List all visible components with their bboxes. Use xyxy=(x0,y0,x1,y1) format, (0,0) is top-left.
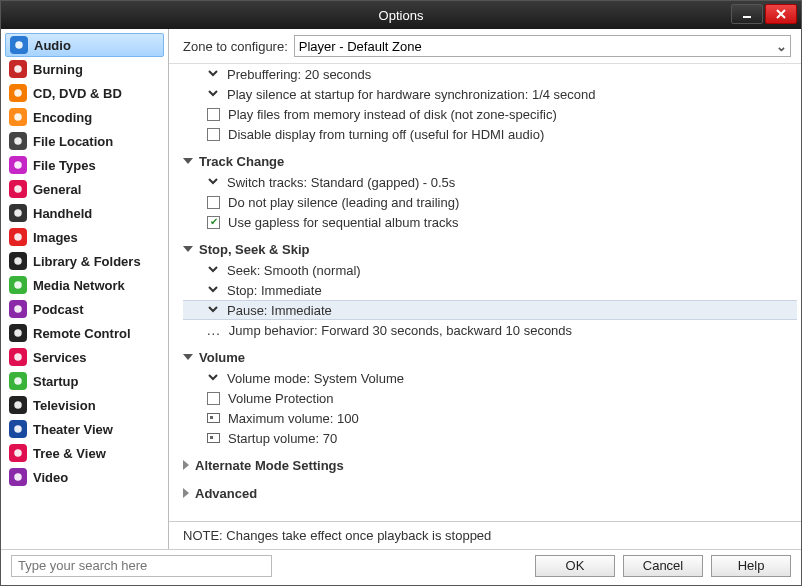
svg-point-8 xyxy=(14,209,22,217)
setting-text: Volume Protection xyxy=(228,391,334,406)
setting-text: Maximum volume: 100 xyxy=(228,411,359,426)
setting-row[interactable]: Startup volume: 70 xyxy=(183,428,797,448)
sidebar-item-burning[interactable]: Burning xyxy=(5,57,164,81)
sidebar-item-remote[interactable]: Remote Control xyxy=(5,321,164,345)
slider-icon xyxy=(207,413,220,423)
triangle-down-icon xyxy=(183,354,193,360)
setting-text: Disable display from turning off (useful… xyxy=(228,127,544,142)
sidebar-item-startup[interactable]: Startup xyxy=(5,369,164,393)
podcast-icon xyxy=(9,300,27,318)
sidebar-item-handheld[interactable]: Handheld xyxy=(5,201,164,225)
sidebar-item-media-network[interactable]: Media Network xyxy=(5,273,164,297)
triangle-down-icon xyxy=(183,158,193,164)
group-title: Advanced xyxy=(195,486,257,501)
search-input[interactable] xyxy=(11,555,272,577)
setting-row[interactable]: Play files from memory instead of disk (… xyxy=(183,104,797,124)
sidebar-item-video[interactable]: Video xyxy=(5,465,164,489)
svg-point-10 xyxy=(14,257,22,265)
setting-row[interactable]: Volume Protection xyxy=(183,388,797,408)
chevron-down-icon xyxy=(207,175,219,190)
media-network-icon xyxy=(9,276,27,294)
svg-point-14 xyxy=(14,353,22,361)
checkbox-icon xyxy=(207,108,220,121)
svg-point-16 xyxy=(14,401,22,409)
setting-text: Stop: Immediate xyxy=(227,283,322,298)
svg-rect-0 xyxy=(743,16,751,18)
close-button[interactable] xyxy=(765,4,797,24)
services-icon xyxy=(9,348,27,366)
chevron-down-icon xyxy=(207,263,219,278)
burning-icon xyxy=(9,60,27,78)
group-header[interactable]: Advanced xyxy=(183,482,797,504)
sidebar-item-file-location[interactable]: File Location xyxy=(5,129,164,153)
file-types-icon xyxy=(9,156,27,174)
minimize-button[interactable] xyxy=(731,4,763,24)
setting-row[interactable]: Stop: Immediate xyxy=(183,280,797,300)
handheld-icon xyxy=(9,204,27,222)
checkbox-icon xyxy=(207,392,220,405)
sidebar-item-label: Tree & View xyxy=(33,446,106,461)
sidebar-item-audio[interactable]: Audio xyxy=(5,33,164,57)
group-title: Stop, Seek & Skip xyxy=(199,242,310,257)
setting-row[interactable]: ...Jump behavior: Forward 30 seconds, ba… xyxy=(183,320,797,340)
setting-row[interactable]: Disable display from turning off (useful… xyxy=(183,124,797,144)
chevron-down-icon: ⌄ xyxy=(776,39,786,54)
setting-text: Pause: Immediate xyxy=(227,303,332,318)
sidebar-item-label: Theater View xyxy=(33,422,113,437)
svg-point-5 xyxy=(14,137,22,145)
group-header[interactable]: Alternate Mode Settings xyxy=(183,454,797,476)
disc-icon xyxy=(9,84,27,102)
zone-value: Player - Default Zone xyxy=(299,39,422,54)
group-header[interactable]: Volume xyxy=(183,346,797,368)
chevron-down-icon xyxy=(207,67,219,82)
sidebar-item-label: Audio xyxy=(34,38,71,53)
help-button[interactable]: Help xyxy=(711,555,791,577)
setting-row[interactable]: Volume mode: System Volume xyxy=(183,368,797,388)
sidebar-item-theater[interactable]: Theater View xyxy=(5,417,164,441)
cancel-button[interactable]: Cancel xyxy=(623,555,703,577)
sidebar-item-label: Podcast xyxy=(33,302,84,317)
sidebar-item-label: CD, DVD & BD xyxy=(33,86,122,101)
setting-row[interactable]: Do not play silence (leading and trailin… xyxy=(183,192,797,212)
svg-point-3 xyxy=(14,89,22,97)
titlebar: Options xyxy=(1,1,801,29)
sidebar-item-label: Startup xyxy=(33,374,79,389)
group-header[interactable]: Stop, Seek & Skip xyxy=(183,238,797,260)
sidebar-item-podcast[interactable]: Podcast xyxy=(5,297,164,321)
chevron-down-icon xyxy=(207,371,219,386)
theater-icon xyxy=(9,420,27,438)
setting-row[interactable]: Play silence at startup for hardware syn… xyxy=(183,84,797,104)
sidebar-item-images[interactable]: Images xyxy=(5,225,164,249)
sidebar-item-general[interactable]: General xyxy=(5,177,164,201)
zone-select[interactable]: Player - Default Zone ⌄ xyxy=(294,35,791,57)
setting-text: Jump behavior: Forward 30 seconds, backw… xyxy=(229,323,572,338)
zone-row: Zone to configure: Player - Default Zone… xyxy=(169,29,801,63)
sidebar-item-television[interactable]: Television xyxy=(5,393,164,417)
setting-text: Switch tracks: Standard (gapped) - 0.5s xyxy=(227,175,455,190)
triangle-right-icon xyxy=(183,460,189,470)
svg-point-4 xyxy=(14,113,22,121)
setting-row[interactable]: Pause: Immediate xyxy=(183,300,797,320)
setting-row[interactable]: Seek: Smooth (normal) xyxy=(183,260,797,280)
svg-point-11 xyxy=(14,281,22,289)
ok-button[interactable]: OK xyxy=(535,555,615,577)
sidebar-item-library[interactable]: Library & Folders xyxy=(5,249,164,273)
setting-text: Use gapless for sequential album tracks xyxy=(228,215,459,230)
sidebar-item-file-types[interactable]: File Types xyxy=(5,153,164,177)
sidebar-item-tree[interactable]: Tree & View xyxy=(5,441,164,465)
setting-row[interactable]: Use gapless for sequential album tracks xyxy=(183,212,797,232)
sidebar-item-disc[interactable]: CD, DVD & BD xyxy=(5,81,164,105)
group-header[interactable]: Track Change xyxy=(183,150,797,172)
setting-row[interactable]: Prebuffering: 20 seconds xyxy=(183,64,797,84)
sidebar-item-encoding[interactable]: Encoding xyxy=(5,105,164,129)
note-text: NOTE: Changes take effect once playback … xyxy=(169,521,801,549)
setting-row[interactable]: Switch tracks: Standard (gapped) - 0.5s xyxy=(183,172,797,192)
setting-row[interactable]: Maximum volume: 100 xyxy=(183,408,797,428)
settings-content[interactable]: Prebuffering: 20 secondsPlay silence at … xyxy=(169,63,801,521)
chevron-down-icon xyxy=(207,303,219,318)
library-icon xyxy=(9,252,27,270)
group-title: Volume xyxy=(199,350,245,365)
category-sidebar[interactable]: AudioBurningCD, DVD & BDEncodingFile Loc… xyxy=(1,29,169,549)
sidebar-item-services[interactable]: Services xyxy=(5,345,164,369)
chevron-down-icon xyxy=(207,283,219,298)
